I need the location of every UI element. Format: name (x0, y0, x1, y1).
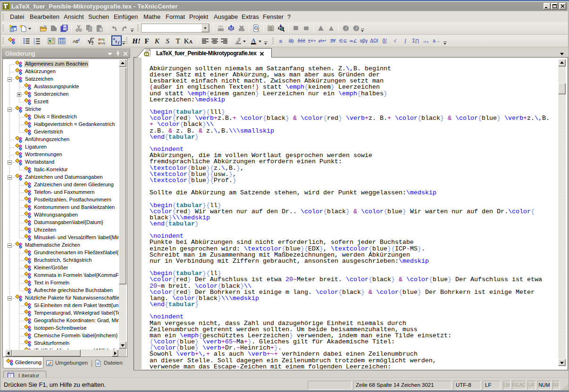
outline-item[interactable]: Auslassungspunkte (3, 83, 119, 91)
outline-item[interactable]: Worttrennungen (3, 151, 119, 158)
close-button[interactable] (559, 3, 566, 9)
math-arrows-button[interactable]: ⇄↩ (318, 36, 327, 46)
tree-hscroll-thumb[interactable] (12, 350, 81, 357)
panel-tab-umgebungen[interactable]: Umgebungen (46, 359, 89, 369)
profile-combobox[interactable] (141, 24, 209, 33)
math-sets-button[interactable]: ∈⊆ (338, 36, 348, 46)
menu-grip[interactable] (2, 14, 4, 21)
outline-item[interactable]: Postleitzahlen, Postfachnummern (3, 196, 119, 204)
menu-mathe[interactable]: Mathe (143, 12, 160, 22)
math-relations-button[interactable]: ≲ (276, 36, 285, 46)
align-center-button[interactable] (210, 36, 219, 46)
outline-item[interactable]: Bruchstrich, Schrägstrich (3, 257, 119, 264)
outline-item[interactable]: Halbgeviertstrich = Gedankenstrich (3, 121, 119, 128)
itemize-button[interactable] (22, 36, 31, 46)
menu-bearbeiten[interactable]: Bearbeiten (30, 12, 59, 22)
outline-item[interactable]: Ligaturen (3, 143, 119, 151)
pane-pin-icon[interactable] (115, 50, 121, 57)
outline-item[interactable]: Kleiner/Größer (3, 264, 119, 272)
menu-extras[interactable]: Extras (242, 12, 259, 22)
tree-scroll-left[interactable] (5, 350, 12, 357)
next-error-button[interactable] (326, 24, 336, 33)
outline-item[interactable]: Zahlzeichen und Datumsangaben (3, 174, 119, 181)
outline-item[interactable]: Minuskel- und Versalziffern \label{Minus… (3, 234, 119, 242)
insert-section-button[interactable] (7, 36, 17, 46)
tree-expand-icon[interactable] (17, 92, 21, 97)
math-misc-button[interactable]: ∞∠ (349, 36, 358, 46)
editor-vscroll-thumb[interactable] (558, 83, 566, 94)
prev-warning-button[interactable] (341, 24, 351, 33)
editor-scroll-up[interactable] (558, 59, 566, 67)
math-accents-low-button[interactable]: äḇ (286, 36, 296, 46)
prev-item-button[interactable] (291, 24, 301, 33)
view-output-button[interactable] (251, 24, 261, 33)
outline-item[interactable]: Währungsangaben (3, 211, 119, 219)
math-greek-upper-button[interactable]: ΔΩΙ (369, 36, 379, 46)
tree-collapse-icon[interactable] (8, 108, 12, 112)
outline-item[interactable]: Datumsangaben\label{Datum} (3, 219, 119, 226)
editor-scroll-down[interactable] (558, 359, 566, 366)
bold-button[interactable]: F (142, 36, 151, 46)
tree-scroll-down[interactable] (119, 342, 126, 349)
outline-item[interactable]: Mathematische Zeichen (3, 242, 119, 249)
paste-button[interactable] (95, 24, 104, 33)
insert-image-button[interactable] (47, 36, 56, 46)
outline-item[interactable]: Isotopen-Schreibweise (3, 325, 119, 332)
new-document-dropdown-icon[interactable] (27, 24, 33, 33)
outline-item[interactable]: Geviertstrich (3, 128, 119, 136)
tab-close-icon[interactable] (259, 50, 265, 57)
smallcaps-button[interactable]: Kᴀ (184, 36, 193, 46)
tree-collapse-icon[interactable] (8, 175, 12, 180)
save-all-button[interactable] (59, 24, 69, 33)
tree-vscroll-thumb[interactable] (119, 67, 126, 284)
toolbar-grip[interactable] (137, 25, 139, 32)
highlight-dropdown-icon[interactable] (242, 36, 247, 46)
outline-item[interactable]: Anführungszeichen (3, 136, 119, 143)
superscript-button[interactable] (72, 36, 81, 46)
outline-item[interactable]: Geografische Koordinaten: Grad, Minuten (3, 317, 119, 325)
stop-build-button[interactable] (237, 24, 246, 33)
math-quantors-button[interactable]: ∃∀ (328, 36, 337, 46)
cut-button[interactable] (74, 24, 84, 33)
menu-format[interactable]: Format (166, 12, 185, 22)
title-bar[interactable]: LaTeX_fuer_Penible-Mikrotypografie.tex -… (1, 2, 568, 11)
outline-item[interactable]: Telefon- und Faxnummern (3, 189, 119, 196)
editor-vscrollbar[interactable] (558, 67, 566, 359)
profile-combobox-dropdown-icon[interactable] (201, 24, 209, 32)
highlight-button[interactable] (234, 36, 243, 46)
undo-button[interactable] (109, 24, 119, 33)
font-color-button[interactable] (249, 36, 259, 46)
build-and-view-button[interactable] (226, 24, 236, 33)
outline-item[interactable]: Temperaturgrad, Winkelgrad \label{Temp} (3, 309, 119, 317)
font-color-dropdown-icon[interactable] (258, 36, 263, 46)
enumerate-button[interactable] (32, 36, 42, 46)
menu-ansicht[interactable]: Ansicht (64, 12, 84, 22)
outline-item[interactable]: Divis = Bindestrich (3, 113, 119, 121)
tree-collapse-icon[interactable] (8, 243, 12, 248)
prev-error-button[interactable] (316, 24, 326, 33)
outline-item[interactable]: Kommata in Formeln \label{KommaForm} (3, 272, 119, 279)
find-output-button[interactable] (276, 24, 286, 33)
outline-item[interactable]: Uhrzeiten (3, 226, 119, 234)
toolbar-overflow-icon[interactable] (443, 41, 448, 46)
toolbar-grip[interactable] (2, 25, 4, 32)
outline-item[interactable]: Abkürzungen (3, 68, 119, 75)
math-toolbar-toggle-button[interactable] (111, 35, 122, 46)
menu-fenster[interactable]: Fenster (263, 12, 284, 22)
pane-close-icon[interactable] (123, 50, 128, 57)
toolbar-grip[interactable] (272, 37, 274, 45)
document-tab-title[interactable]: LaTeX_fuer_Penible-Mikrotypografie.tex (156, 50, 257, 57)
outline-item[interactable]: Text in Formeln (3, 279, 119, 287)
outline-item[interactable]: Aufrechte griechische Buchstaben (3, 287, 119, 294)
math-roots-button[interactable]: √ (390, 36, 400, 46)
outline-item[interactable]: Satzzeichen (3, 75, 119, 83)
outline-item[interactable]: Kontonummern und Bankleitzahlen (3, 204, 119, 211)
insert-root-button[interactable] (86, 36, 96, 46)
typewriter-button[interactable]: T (173, 36, 183, 46)
copy-button[interactable] (84, 24, 94, 33)
pane-menu-icon[interactable] (107, 50, 113, 57)
outline-item[interactable]: SI-Einheiten mit dem Paket \texttt{units… (3, 302, 119, 309)
tab-list-dropdown-icon[interactable] (558, 50, 567, 57)
open-button[interactable] (39, 24, 48, 33)
outline-item[interactable]: Strukturformeln (3, 340, 119, 347)
